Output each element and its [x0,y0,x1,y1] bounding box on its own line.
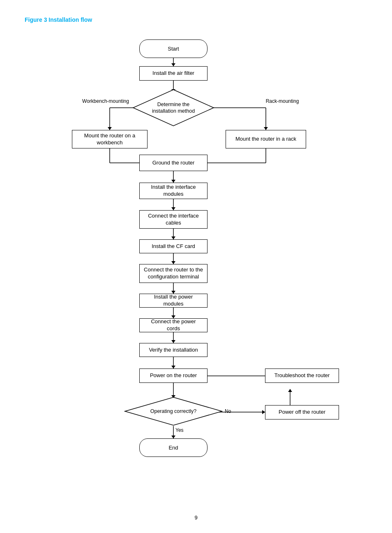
connect-interface-cables-node: Connect the interface cables [139,210,208,229]
mount-rack-node: Mount the router in a rack [226,130,306,148]
power-on-node: Power on the router [139,368,208,383]
svg-marker-23 [171,261,175,264]
start-node: Start [139,39,208,58]
svg-marker-9 [264,127,268,130]
figure-title: Figure 3 Installation flow [25,16,367,23]
mount-workbench-node: Mount the router on a workbench [72,130,148,148]
end-node: End [139,438,208,457]
yes-label: Yes [175,427,184,433]
workbench-mounting-label: Workbench-mounting [77,98,134,104]
install-air-filter-node: Install the air filter [139,66,208,81]
install-power-modules-node: Install the power modules [139,294,208,308]
connect-config-terminal-node: Connect the router to the configuration … [139,264,208,283]
power-off-node: Power off the router [265,405,339,419]
page-number: 9 [194,514,197,521]
svg-marker-19 [171,207,175,210]
connect-power-cords-node: Connect the power cords [139,318,208,332]
page-container: Figure 3 Installation flow [0,0,392,533]
svg-marker-27 [171,315,175,318]
svg-marker-39 [288,389,292,392]
svg-marker-21 [171,236,175,239]
troubleshoot-node: Troubleshoot the router [265,368,339,383]
svg-marker-37 [262,410,265,414]
svg-marker-25 [171,291,175,294]
determine-node: Determine the installation method [132,89,214,127]
svg-marker-6 [108,127,112,130]
install-cf-card-node: Install the CF card [139,239,208,253]
ground-router-node: Ground the router [139,155,208,171]
verify-installation-node: Verify the installation [139,343,208,357]
svg-marker-31 [171,366,175,368]
flowchart: Start Install the air filter Determine t… [36,31,356,484]
svg-marker-1 [171,63,175,66]
svg-marker-17 [171,180,175,183]
rack-mounting-label: Rack-mounting [258,98,307,104]
svg-marker-35 [171,436,175,438]
svg-marker-29 [171,340,175,343]
no-label: No [225,408,231,414]
install-interface-modules-node: Install the interface modules [139,183,208,199]
operating-correctly-node: Operating correctly? [124,396,223,426]
